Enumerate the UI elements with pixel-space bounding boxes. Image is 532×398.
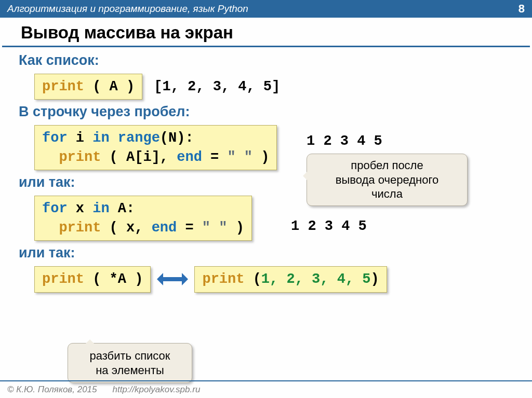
code-print-a: print ( A ) (34, 74, 142, 100)
footer-author: © К.Ю. Поляков, 2015 (7, 385, 97, 395)
row-print-star: print ( *A ) print (1, 2, 3, 4, 5) (34, 266, 513, 292)
footer-url: http://kpolyakov.spb.ru (113, 385, 201, 395)
header-bar: Алгоритмизация и программирование, язык … (0, 0, 532, 18)
footer: © К.Ю. Поляков, 2015 http://kpolyakov.sp… (0, 380, 532, 398)
double-arrow-icon (157, 271, 188, 287)
course-title: Алгоритмизация и программирование, язык … (7, 3, 248, 15)
output-spaced-2: 1 2 3 4 5 (291, 218, 367, 234)
slide-title: Вывод массива на экран (2, 18, 530, 47)
output-spaced-1: 1 2 3 4 5 (307, 133, 382, 149)
callout-split: разбить список на элементы (68, 343, 192, 383)
section-as-line: В строчку через пробел: (19, 104, 513, 120)
section-or-2: или так: (19, 245, 513, 261)
row-print-list: print ( A ) [1, 2, 3, 4, 5] (34, 74, 513, 100)
callout-space: пробел после вывода очередного числа (307, 154, 468, 206)
output-list: [1, 2, 3, 4, 5] (154, 79, 280, 94)
code-print-nums: print (1, 2, 3, 4, 5) (194, 266, 387, 292)
code-print-star: print ( *A ) (34, 266, 151, 292)
slide-content: Как список: print ( A ) [1, 2, 3, 4, 5] … (0, 52, 532, 293)
section-as-list: Как список: (19, 52, 513, 68)
page-number: 8 (518, 2, 525, 16)
